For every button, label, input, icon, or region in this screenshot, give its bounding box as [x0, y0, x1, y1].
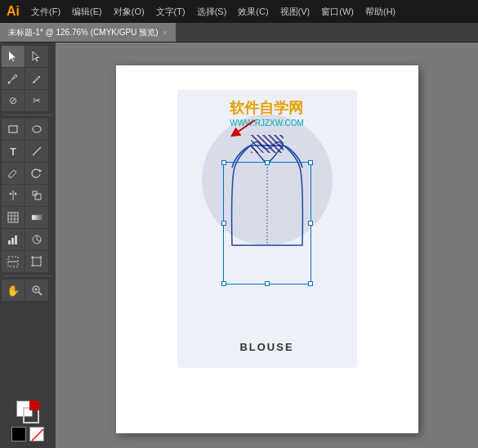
menu-bar: 文件(F) 编辑(E) 对象(O) 文字(T) 选择(S) 效果(C) 视图(V… [26, 4, 471, 20]
svg-marker-0 [9, 52, 16, 61]
svg-point-2 [8, 82, 11, 84]
handle-bottom-left[interactable] [221, 281, 226, 286]
canvas-area: 软件自学网 WWW.RJZXW.COM [56, 43, 478, 448]
svg-rect-3 [9, 126, 17, 132]
mesh-tool[interactable] [2, 207, 25, 228]
handle-bottom-right[interactable] [308, 281, 313, 286]
paintbrush-tool[interactable] [2, 163, 25, 184]
svg-line-37 [235, 120, 255, 134]
fill-stroke-swatches [16, 401, 39, 423]
svg-line-32 [38, 292, 42, 295]
gradient-tool[interactable] [25, 207, 48, 228]
svg-line-5 [33, 147, 41, 155]
selection-bounding-box [223, 162, 311, 284]
product-card: 软件自学网 WWW.RJZXW.COM [177, 90, 357, 368]
menu-effect[interactable]: 效果(C) [233, 4, 273, 20]
tool-row-6 [2, 163, 54, 184]
pencil-tool[interactable] [25, 68, 48, 89]
svg-rect-18 [8, 240, 11, 244]
slice-tool[interactable] [2, 251, 25, 272]
svg-rect-12 [8, 213, 18, 222]
svg-line-35 [32, 429, 43, 441]
rectangle-tool[interactable] [2, 119, 25, 140]
artboard: 软件自学网 WWW.RJZXW.COM [116, 65, 418, 433]
tab-label: 未标题-1* @ 126.76% (CMYK/GPU 预览) [8, 27, 159, 38]
black-swatch[interactable] [11, 427, 26, 441]
color-section [2, 397, 54, 445]
hand-tool[interactable]: ✋ [2, 280, 25, 301]
svg-rect-17 [32, 215, 42, 220]
svg-rect-19 [11, 238, 14, 244]
svg-marker-1 [33, 52, 39, 61]
main-layout: ⊘ ✂ T [0, 43, 478, 448]
svg-marker-8 [9, 192, 11, 195]
tool-row-7 [2, 185, 54, 206]
left-toolbar: ⊘ ✂ T [0, 43, 56, 448]
handle-top-right[interactable] [308, 160, 313, 165]
tool-row-10 [2, 251, 54, 272]
tool-row-9 [2, 229, 54, 250]
select-tool[interactable] [2, 46, 25, 67]
menu-view[interactable]: 视图(V) [275, 4, 315, 20]
line-tool[interactable] [25, 141, 48, 162]
ellipse-tool[interactable] [25, 119, 48, 140]
menu-object[interactable]: 对象(O) [109, 4, 150, 20]
card-label: BLOUSE [239, 341, 293, 353]
menu-edit[interactable]: 编辑(E) [67, 4, 107, 20]
handle-top-mid[interactable] [265, 160, 270, 165]
handle-left-mid[interactable] [221, 221, 226, 226]
document-tab[interactable]: 未标题-1* @ 126.76% (CMYK/GPU 预览) × [0, 23, 176, 42]
reflect-tool[interactable] [2, 185, 25, 206]
rotate-tool[interactable] [25, 163, 48, 184]
blouse-illustration [222, 131, 312, 262]
svg-point-4 [33, 126, 41, 132]
handle-bottom-mid[interactable] [265, 281, 270, 286]
eraser-tool[interactable]: ⊘ [2, 90, 25, 111]
tool-row-1 [2, 46, 54, 67]
selection-arrow [226, 116, 259, 141]
menu-text[interactable]: 文字(T) [151, 4, 190, 20]
svg-rect-10 [35, 194, 41, 199]
tool-row-5: T [2, 141, 54, 162]
chart-tool[interactable] [2, 229, 25, 250]
menu-file[interactable]: 文件(F) [26, 4, 65, 20]
handle-right-mid[interactable] [308, 221, 313, 226]
type-tool[interactable]: T [2, 141, 25, 162]
artboard-tool[interactable] [25, 251, 48, 272]
svg-marker-6 [39, 169, 42, 172]
menu-window[interactable]: 窗口(W) [316, 4, 359, 20]
tab-bar: 未标题-1* @ 126.76% (CMYK/GPU 预览) × [0, 23, 478, 43]
none-swatch[interactable] [29, 427, 44, 441]
svg-marker-9 [15, 192, 17, 195]
handle-top-left[interactable] [221, 160, 226, 165]
app-logo: Ai [7, 4, 20, 19]
menu-select[interactable]: 选择(S) [192, 4, 232, 20]
scale-tool[interactable] [25, 185, 48, 206]
menu-help[interactable]: 帮助(H) [360, 4, 400, 20]
direct-select-tool[interactable] [25, 46, 48, 67]
tab-close-button[interactable]: × [163, 29, 168, 37]
svg-rect-20 [15, 235, 17, 244]
tool-row-4 [2, 119, 54, 140]
svg-rect-26 [33, 258, 41, 266]
title-bar: Ai 文件(F) 编辑(E) 对象(O) 文字(T) 选择(S) 效果(C) 视… [0, 0, 478, 23]
swap-colors[interactable] [29, 401, 39, 410]
scissors-tool[interactable]: ✂ [25, 90, 48, 111]
svg-line-23 [37, 240, 40, 242]
zoom-tool[interactable] [25, 280, 48, 301]
tool-row-3: ⊘ ✂ [2, 90, 54, 111]
pie-chart-tool[interactable] [25, 229, 48, 250]
tool-row-2 [2, 68, 54, 89]
tool-row-8 [2, 207, 54, 228]
tool-row-11: ✋ [2, 280, 54, 301]
pen-tool[interactable] [2, 68, 25, 89]
